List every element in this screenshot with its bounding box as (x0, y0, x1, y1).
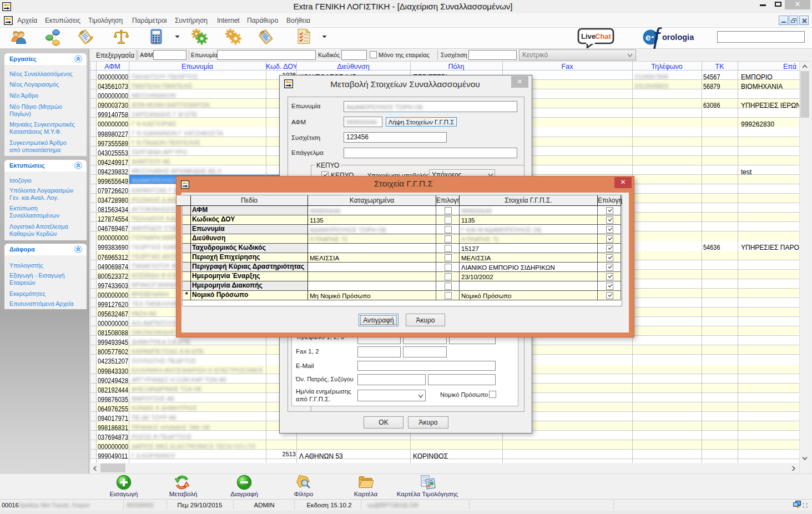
svg-text:orologia: orologia (662, 33, 694, 42)
svg-text:Live: Live (581, 32, 596, 41)
svg-text:Chat: Chat (595, 32, 612, 41)
svg-text:ƒ: ƒ (650, 26, 663, 49)
